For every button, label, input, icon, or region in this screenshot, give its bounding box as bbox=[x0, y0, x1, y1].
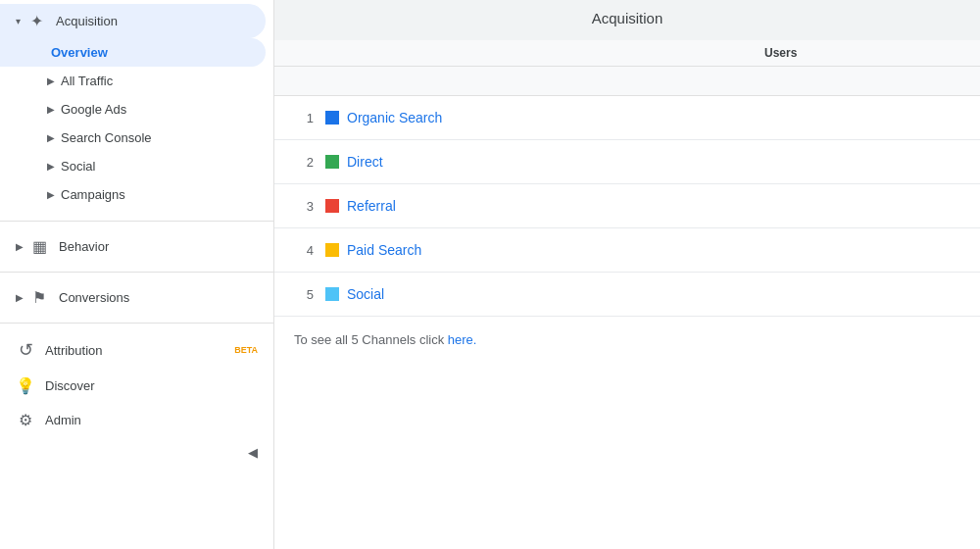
users-col-header: Users bbox=[764, 46, 960, 60]
behavior-arrow-icon: ▶ bbox=[16, 241, 24, 252]
row-num-4: 4 bbox=[294, 243, 314, 258]
paid-search-color-dot bbox=[325, 243, 339, 257]
acquisition-section: ▾ ✦ Acquisition Overview ▶ All Traffic ▶… bbox=[0, 0, 273, 213]
divider-2 bbox=[0, 272, 273, 273]
chart-bar-area bbox=[274, 67, 980, 96]
sidebar-item-google-ads[interactable]: ▶ Google Ads bbox=[0, 95, 273, 124]
table-title: Acquisition bbox=[294, 10, 960, 26]
google-ads-arrow-icon: ▶ bbox=[47, 104, 55, 115]
row-num-2: 2 bbox=[294, 155, 314, 170]
campaigns-label: Campaigns bbox=[61, 187, 125, 202]
sidebar-collapse-button[interactable]: ◀ bbox=[0, 437, 273, 468]
admin-label: Admin bbox=[45, 413, 258, 427]
search-console-arrow-icon: ▶ bbox=[47, 132, 55, 143]
sidebar-item-conversions[interactable]: ▶ ⚑ Conversions bbox=[0, 280, 273, 315]
row-num-5: 5 bbox=[294, 287, 314, 302]
discover-icon: 💡 bbox=[16, 376, 35, 395]
referral-color-dot bbox=[325, 199, 339, 213]
collapse-icon: ◀ bbox=[248, 445, 258, 460]
sidebar-item-all-traffic[interactable]: ▶ All Traffic bbox=[0, 67, 273, 95]
sidebar-item-campaigns[interactable]: ▶ Campaigns bbox=[0, 180, 273, 209]
row-num-1: 1 bbox=[294, 111, 314, 125]
acquisition-icon: ✦ bbox=[26, 12, 46, 30]
table-title-section: Acquisition bbox=[274, 0, 980, 40]
behavior-icon: ▦ bbox=[29, 237, 49, 256]
conversions-icon: ⚑ bbox=[29, 288, 49, 307]
social-color-dot bbox=[325, 287, 339, 301]
organic-search-link[interactable]: Organic Search bbox=[347, 110, 764, 125]
sidebar-item-overview[interactable]: Overview bbox=[0, 38, 266, 67]
conversions-label: Conversions bbox=[59, 290, 258, 305]
sidebar-item-discover[interactable]: 💡 Discover bbox=[0, 369, 273, 403]
attribution-label: Attribution bbox=[45, 343, 230, 358]
sidebar-item-attribution[interactable]: ↺ Attribution BETA bbox=[0, 331, 273, 369]
sidebar-item-acquisition[interactable]: ▾ ✦ Acquisition bbox=[0, 4, 266, 38]
acquisition-arrow-icon: ▾ bbox=[16, 16, 21, 26]
sidebar-item-social[interactable]: ▶ Social bbox=[0, 152, 273, 180]
social-arrow-icon: ▶ bbox=[47, 161, 55, 172]
acquisition-table: Acquisition Users 1 Organic Search 2 Dir… bbox=[274, 0, 980, 363]
conversions-arrow-icon: ▶ bbox=[16, 292, 24, 303]
table-row: 1 Organic Search bbox=[274, 96, 980, 140]
divider-1 bbox=[0, 221, 273, 222]
sidebar-item-admin[interactable]: ⚙ Admin bbox=[0, 403, 273, 437]
table-row: 5 Social bbox=[274, 273, 980, 317]
google-ads-label: Google Ads bbox=[61, 102, 126, 117]
footer-text: To see all 5 Channels click here. bbox=[274, 317, 980, 363]
row-num-3: 3 bbox=[294, 199, 314, 214]
attribution-beta-badge: BETA bbox=[234, 345, 258, 355]
acquisition-label: Acquisition bbox=[56, 14, 250, 28]
svg-rect-2 bbox=[325, 199, 339, 213]
search-console-label: Search Console bbox=[61, 130, 152, 145]
table-row: 3 Referral bbox=[274, 184, 980, 228]
all-traffic-label: All Traffic bbox=[61, 74, 113, 88]
direct-link[interactable]: Direct bbox=[347, 154, 764, 170]
referral-link[interactable]: Referral bbox=[347, 198, 764, 214]
svg-rect-3 bbox=[325, 243, 339, 257]
campaigns-arrow-icon: ▶ bbox=[47, 189, 55, 200]
overview-label: Overview bbox=[51, 45, 108, 60]
sidebar-item-search-console[interactable]: ▶ Search Console bbox=[0, 124, 273, 152]
sidebar-item-behavior[interactable]: ▶ ▦ Behavior bbox=[0, 229, 273, 264]
attribution-icon: ↺ bbox=[16, 339, 35, 361]
direct-color-dot bbox=[325, 155, 339, 169]
admin-icon: ⚙ bbox=[16, 411, 35, 429]
main-content: Acquisition Users 1 Organic Search 2 Dir… bbox=[274, 0, 980, 549]
svg-rect-0 bbox=[325, 111, 339, 125]
divider-3 bbox=[0, 323, 273, 324]
social-label: Social bbox=[61, 159, 95, 174]
table-row: 4 Paid Search bbox=[274, 228, 980, 273]
table-column-header: Users bbox=[274, 40, 980, 67]
social-link[interactable]: Social bbox=[347, 286, 764, 302]
footer-text-content: To see all 5 Channels click bbox=[294, 332, 448, 347]
behavior-label: Behavior bbox=[59, 239, 258, 254]
table-row: 2 Direct bbox=[274, 140, 980, 184]
organic-search-color-dot bbox=[325, 111, 339, 125]
footer-here-link[interactable]: here. bbox=[448, 332, 477, 347]
svg-rect-4 bbox=[325, 287, 339, 301]
svg-rect-1 bbox=[325, 155, 339, 169]
discover-label: Discover bbox=[45, 378, 258, 393]
paid-search-link[interactable]: Paid Search bbox=[347, 242, 764, 258]
sidebar: ▾ ✦ Acquisition Overview ▶ All Traffic ▶… bbox=[0, 0, 274, 549]
all-traffic-arrow-icon: ▶ bbox=[47, 75, 55, 86]
